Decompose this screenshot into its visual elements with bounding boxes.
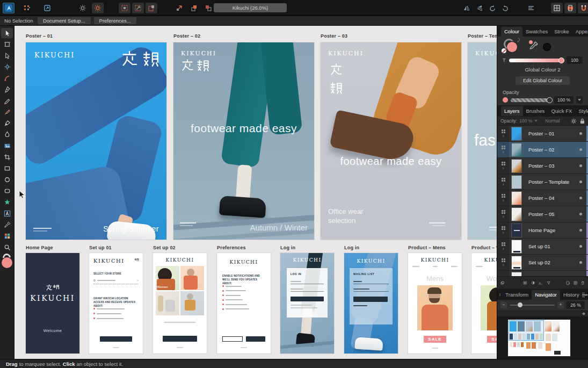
preferences-button[interactable]: Preferences... (94, 17, 136, 24)
rounded-rectangle-tool[interactable] (1, 186, 13, 196)
export-persona-icon[interactable] (41, 3, 53, 13)
move-forward-icon[interactable] (188, 3, 200, 13)
swatch-grid-tool[interactable] (1, 231, 13, 241)
tint-value[interactable]: 100 (567, 56, 583, 64)
ellipse-tool[interactable] (1, 175, 13, 185)
tint-slider[interactable] (509, 59, 564, 62)
live-filter-icon[interactable] (547, 279, 550, 286)
picked-colour-swatch[interactable] (543, 44, 550, 50)
navigator-preview[interactable] (497, 317, 588, 359)
expand-chevron-icon[interactable]: › (503, 247, 504, 250)
pen-tool[interactable] (1, 84, 13, 95)
fill-colour-well[interactable] (2, 257, 13, 268)
artboard-login-2[interactable]: KIKUCHI MAILING LIST (344, 253, 398, 353)
tab-quickfx[interactable]: Quick FX (548, 106, 575, 116)
rectangle-tool[interactable] (1, 163, 13, 174)
opacity-value[interactable]: 100 % (554, 96, 574, 104)
layer-row[interactable]: › Poster – 03 (497, 158, 588, 174)
layer-row-partial[interactable] (497, 271, 588, 276)
layer-gutter[interactable]: › (497, 158, 509, 174)
artboard-label[interactable]: Poster – 02 (173, 33, 200, 39)
artboard-home-page[interactable]: KIKUCHI Welcome (26, 253, 79, 353)
visibility-dot[interactable] (579, 181, 582, 183)
edit-all-layers-icon[interactable] (500, 279, 504, 286)
tab-styles[interactable]: Styles (575, 106, 588, 116)
layer-name[interactable]: Poster – 05 (524, 211, 579, 217)
tab-stroke[interactable]: Stroke (551, 27, 572, 37)
visibility-dot[interactable] (579, 164, 582, 167)
zoom-out-button[interactable]: − (500, 302, 507, 308)
rotate-ccw-icon[interactable] (487, 3, 498, 13)
layer-name[interactable]: Poster – Template (524, 179, 579, 185)
order-icon[interactable] (525, 3, 537, 13)
visibility-dot[interactable] (579, 148, 582, 151)
document-setup-button[interactable]: Document Setup... (38, 17, 91, 24)
flip-vertical-icon[interactable] (474, 3, 485, 13)
artboard-label[interactable]: Log in (280, 245, 295, 250)
layer-name[interactable]: Set up 02 (524, 259, 579, 265)
edit-global-colour-button[interactable]: Edit Global Colour (516, 76, 570, 85)
artboard-label[interactable]: Product – Mens (408, 245, 446, 250)
expand-chevron-icon[interactable]: › (503, 199, 504, 202)
assets-gear-icon[interactable] (92, 3, 104, 13)
artboard-label[interactable]: Poster – 03 (321, 33, 347, 39)
layer-name[interactable]: Poster – 01 (524, 131, 579, 136)
tab-history[interactable]: History (560, 290, 583, 300)
artboard-product-womens[interactable]: KIKUCHI Women SALE (471, 253, 497, 353)
artboard-label[interactable]: Product – Wom (471, 245, 497, 250)
layer-gutter[interactable]: › (497, 190, 509, 206)
colour-picker-tool[interactable] (1, 220, 13, 230)
zoom-tool[interactable] (1, 242, 13, 252)
tab-colour[interactable]: Colour (501, 27, 522, 37)
panel-dock-icon[interactable] (499, 293, 500, 296)
fill-tool[interactable] (1, 129, 13, 140)
designer-persona-icon[interactable] (3, 3, 14, 13)
artboard-label[interactable]: Log in (344, 245, 359, 250)
layer-name[interactable]: Set up 01 (524, 243, 579, 249)
tint-slider-knob[interactable] (558, 57, 564, 63)
artboard-product-mens[interactable]: KIKUCHI Mens SALE (408, 253, 462, 353)
visibility-dot[interactable] (579, 197, 582, 199)
add-layer-icon[interactable] (574, 279, 577, 286)
tab-transform[interactable]: Transform (502, 290, 532, 300)
expand-chevron-icon[interactable]: › (503, 183, 504, 186)
artboard-setup-02[interactable]: KIKUCHI Women (153, 253, 207, 353)
paint-brush-tool[interactable] (1, 118, 13, 128)
vector-brush-tool[interactable] (1, 107, 13, 117)
tab-brushes[interactable]: Brushes (523, 106, 548, 116)
opacity-caret-icon[interactable] (576, 96, 583, 104)
settings-gear-icon[interactable] (77, 3, 89, 13)
zoom-in-button[interactable]: + (557, 302, 564, 308)
layer-settings-gear-icon[interactable] (571, 118, 577, 124)
add-pixel-layer-icon[interactable] (566, 279, 570, 286)
layer-name[interactable]: Poster – 02 (524, 147, 579, 153)
visibility-dot[interactable] (579, 261, 582, 264)
artboard-label[interactable]: Set up 02 (153, 245, 176, 250)
snapping-magnet-icon[interactable] (578, 3, 588, 13)
visibility-dot[interactable] (579, 213, 582, 215)
artboard-label[interactable]: Set up 01 (89, 245, 112, 250)
insert-on-top-icon[interactable] (146, 3, 157, 13)
layer-row[interactable]: › Poster – 05 (497, 206, 588, 222)
layer-row[interactable]: › Poster – 01 (497, 126, 588, 142)
swap-colours-icon[interactable]: ⤸ (517, 38, 520, 43)
layer-gutter[interactable]: › (497, 206, 509, 222)
zoom-slider[interactable] (510, 305, 555, 306)
expand-chevron-icon[interactable]: › (503, 263, 504, 266)
layer-gutter[interactable]: › (497, 142, 509, 157)
artboard-label[interactable]: Poster – 01 (26, 33, 53, 39)
pixel-persona-icon[interactable] (21, 3, 33, 13)
zoom-value[interactable]: 26 % (567, 301, 585, 309)
expand-chevron-icon[interactable]: › (503, 215, 504, 218)
mask-layer-icon[interactable] (523, 279, 527, 286)
opacity-slider-knob[interactable] (547, 97, 553, 103)
artboard-tool[interactable] (1, 39, 13, 49)
artistic-text-tool[interactable] (1, 208, 13, 219)
fill-swatch[interactable] (507, 42, 517, 52)
expand-chevron-icon[interactable]: › (503, 150, 504, 154)
visibility-dot[interactable] (579, 229, 582, 232)
tab-appearance[interactable]: Appearance (572, 27, 588, 37)
layer-gutter[interactable] (497, 271, 509, 276)
visibility-dot[interactable] (579, 132, 582, 135)
visibility-dot[interactable] (579, 245, 582, 248)
